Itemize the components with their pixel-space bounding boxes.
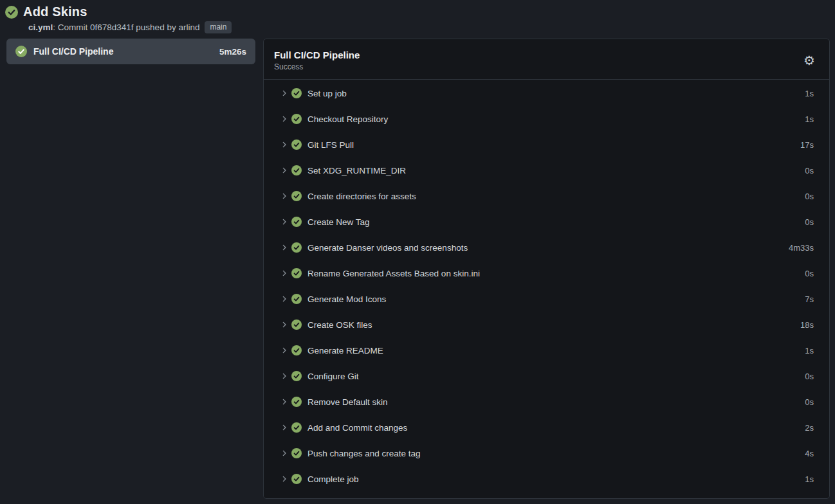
chevron-right-icon xyxy=(279,244,289,251)
step-name: Checkout Repository xyxy=(307,114,805,124)
panel-status-label: Success xyxy=(274,62,360,71)
step-success-icon xyxy=(291,191,302,201)
step-duration: 0s xyxy=(805,192,814,201)
chevron-right-icon xyxy=(279,372,289,380)
step-name: Generate Danser videos and screenshots xyxy=(307,243,789,253)
commit-text: : Commit 0f678d341f pushed by arlind xyxy=(53,22,199,32)
step-name: Add and Commit changes xyxy=(307,423,805,433)
chevron-right-icon xyxy=(279,166,289,174)
step-row[interactable]: Rename Generated Assets Based on skin.in… xyxy=(264,260,829,286)
step-success-icon xyxy=(291,268,302,278)
chevron-right-icon xyxy=(279,424,289,431)
step-success-icon xyxy=(291,140,302,150)
step-name: Git LFS Pull xyxy=(307,140,800,150)
step-name: Set up job xyxy=(307,89,805,98)
content: Full CI/CD Pipeline 5m26s Full CI/CD Pip… xyxy=(0,33,835,504)
step-success-icon xyxy=(291,217,302,227)
step-name: Create directories for assets xyxy=(307,192,805,201)
chevron-right-icon xyxy=(279,269,289,277)
step-success-icon xyxy=(291,448,302,458)
step-duration: 1s xyxy=(805,89,814,98)
step-success-icon xyxy=(291,165,302,176)
job-success-icon xyxy=(15,46,27,57)
chevron-right-icon xyxy=(279,449,289,457)
step-duration: 1s xyxy=(805,114,814,124)
step-duration: 4m33s xyxy=(789,243,814,253)
step-name: Create OSK files xyxy=(307,320,800,330)
chevron-right-icon xyxy=(279,321,289,328)
step-success-icon xyxy=(291,88,302,98)
panel-header-text: Full CI/CD Pipeline Success xyxy=(274,50,360,71)
step-row[interactable]: Create OSK files 18s xyxy=(264,312,829,338)
step-row[interactable]: Checkout Repository 1s xyxy=(264,106,829,132)
chevron-right-icon xyxy=(279,218,289,226)
step-success-icon xyxy=(291,474,302,484)
step-duration: 0s xyxy=(805,217,814,227)
steps-list: Set up job 1s Checkout Repository 1s xyxy=(264,80,829,498)
step-success-icon xyxy=(291,371,302,381)
jobs-sidebar: Full CI/CD Pipeline 5m26s xyxy=(6,39,255,64)
gear-icon[interactable]: ⚙ xyxy=(802,53,816,68)
step-duration: 1s xyxy=(805,474,814,484)
panel-header: Full CI/CD Pipeline Success ⚙ xyxy=(264,39,829,80)
step-success-icon xyxy=(291,422,302,433)
workflow-file-label: ci.yml xyxy=(28,22,53,32)
step-row[interactable]: Generate Danser videos and screenshots 4… xyxy=(264,235,829,260)
job-duration: 5m26s xyxy=(219,47,246,57)
step-name: Create New Tag xyxy=(307,217,805,227)
step-duration: 1s xyxy=(805,346,814,356)
run-title: Add Skins xyxy=(23,4,87,19)
step-row[interactable]: Set up job 1s xyxy=(264,80,829,106)
step-name: Remove Default skin xyxy=(307,397,805,407)
step-duration: 17s xyxy=(800,140,814,150)
branch-badge[interactable]: main xyxy=(205,21,232,33)
step-name: Push changes and create tag xyxy=(307,449,805,458)
step-name: Rename Generated Assets Based on skin.in… xyxy=(307,269,805,278)
step-success-icon xyxy=(291,294,302,304)
step-row[interactable]: Create directories for assets 0s xyxy=(264,183,829,209)
step-row[interactable]: Add and Commit changes 2s xyxy=(264,415,829,440)
step-row[interactable]: Generate README 1s xyxy=(264,338,829,363)
run-success-icon xyxy=(5,6,18,19)
chevron-right-icon xyxy=(279,89,289,97)
step-name: Configure Git xyxy=(307,372,805,381)
step-success-icon xyxy=(291,345,302,356)
chevron-right-icon xyxy=(279,346,289,354)
run-subtitle: ci.yml: Commit 0f678d341f pushed by arli… xyxy=(28,21,827,33)
step-name: Set XDG_RUNTIME_DIR xyxy=(307,166,805,176)
step-row[interactable]: Remove Default skin 0s xyxy=(264,389,829,415)
step-row[interactable]: Push changes and create tag 4s xyxy=(264,440,829,466)
step-row[interactable]: Set XDG_RUNTIME_DIR 0s xyxy=(264,158,829,183)
chevron-right-icon xyxy=(279,475,289,483)
chevron-right-icon xyxy=(279,141,289,148)
step-duration: 0s xyxy=(805,372,814,381)
step-row[interactable]: Configure Git 0s xyxy=(264,363,829,389)
step-success-icon xyxy=(291,320,302,330)
step-row[interactable]: Complete job 1s xyxy=(264,466,829,492)
chevron-right-icon xyxy=(279,295,289,303)
step-duration: 7s xyxy=(805,294,814,304)
sidebar-job-item[interactable]: Full CI/CD Pipeline 5m26s xyxy=(6,39,255,64)
run-header: Add Skins ci.yml: Commit 0f678d341f push… xyxy=(0,0,835,33)
step-duration: 2s xyxy=(805,423,814,433)
step-name: Generate README xyxy=(307,346,805,356)
step-row[interactable]: Create New Tag 0s xyxy=(264,209,829,235)
step-duration: 4s xyxy=(805,449,814,458)
step-name: Generate Mod Icons xyxy=(307,294,805,304)
step-success-icon xyxy=(291,114,302,124)
step-duration: 18s xyxy=(800,320,814,330)
job-name: Full CI/CD Pipeline xyxy=(33,46,213,57)
chevron-right-icon xyxy=(279,192,289,200)
step-success-icon xyxy=(291,242,302,253)
step-duration: 0s xyxy=(805,166,814,176)
step-duration: 0s xyxy=(805,397,814,407)
chevron-right-icon xyxy=(279,398,289,406)
step-row[interactable]: Git LFS Pull 17s xyxy=(264,132,829,158)
step-name: Complete job xyxy=(307,474,805,484)
chevron-right-icon xyxy=(279,115,289,123)
panel-title: Full CI/CD Pipeline xyxy=(274,50,360,60)
step-row[interactable]: Generate Mod Icons 7s xyxy=(264,286,829,312)
step-duration: 0s xyxy=(805,269,814,278)
job-detail-panel: Full CI/CD Pipeline Success ⚙ Set up job… xyxy=(263,39,830,499)
step-success-icon xyxy=(291,397,302,407)
